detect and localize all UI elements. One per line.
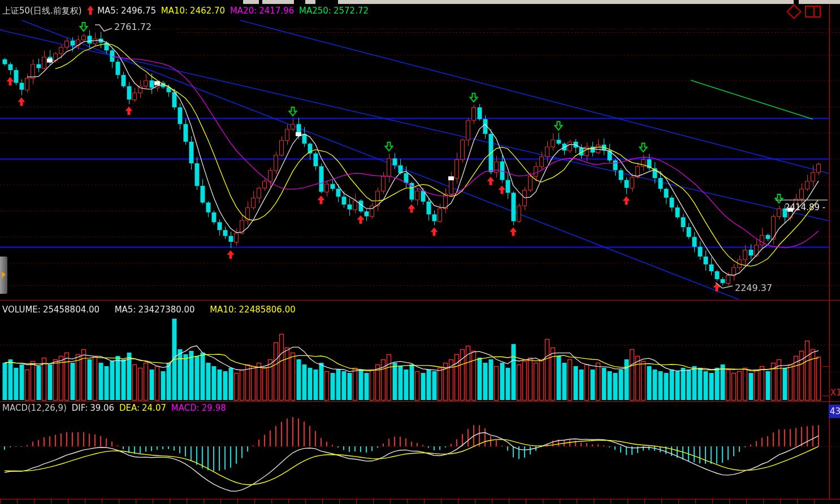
macd-header: MACD(12,26,9) DIF:39.06 DEA:24.07 MACD:2… bbox=[2, 403, 228, 413]
main-chart-header: 上证50(日线.前复权) MA5:2496.75 MA10:2462.70 MA… bbox=[2, 6, 371, 16]
up-arrow-icon bbox=[86, 6, 94, 15]
panel-expander[interactable] bbox=[0, 257, 7, 294]
split-window-icon[interactable] bbox=[805, 6, 821, 18]
vol-ma10-value: 22485806.00 bbox=[239, 305, 296, 315]
ma20-label: MA20: bbox=[230, 6, 257, 16]
measure-price-label: 2414.89 - bbox=[785, 202, 825, 212]
vol-ma5-value: 23427380.00 bbox=[138, 305, 194, 315]
macd-value: 29.98 bbox=[202, 403, 226, 413]
volume-title: VOLUME: bbox=[2, 305, 41, 315]
symbol-title: 上证50(日线.前复权) bbox=[2, 6, 82, 16]
dif-label: DIF: bbox=[72, 403, 88, 413]
ma250-label: MA250: bbox=[299, 6, 331, 16]
peak-price-label: 2761.72 bbox=[114, 21, 151, 32]
dea-label: DEA: bbox=[119, 403, 140, 413]
ma20-value: 2417.96 bbox=[259, 6, 294, 16]
trading-app-window: 上证50(日线.前复权) MA5:2496.75 MA10:2462.70 MA… bbox=[0, 0, 840, 504]
ma5-value: 2496.75 bbox=[121, 6, 156, 16]
ma5-label: MA5: bbox=[97, 6, 119, 16]
volume-header: VOLUME:25458804.00 MA5:23427380.00 MA10:… bbox=[2, 305, 298, 315]
ma250-value: 2572.72 bbox=[334, 6, 369, 16]
expander-arrow-icon bbox=[2, 271, 6, 278]
macd-label: MACD: bbox=[171, 403, 200, 413]
trough-price-label: 2249.37 bbox=[735, 283, 772, 293]
macd-axis-value-badge: 43 bbox=[829, 405, 840, 418]
dif-value: 39.06 bbox=[90, 403, 114, 413]
ma10-label: MA10: bbox=[161, 6, 188, 16]
vol-ma10-label: MA10: bbox=[210, 305, 236, 315]
right-edge-x-label: X1 bbox=[830, 388, 840, 398]
window-icon-divider bbox=[813, 7, 815, 16]
volume-value: 25458804.00 bbox=[43, 305, 99, 315]
macd-title: MACD(12,26,9) bbox=[2, 403, 67, 413]
vol-ma5-label: MA5: bbox=[115, 305, 136, 315]
chart-canvas[interactable] bbox=[0, 0, 840, 504]
ma10-value: 2462.70 bbox=[190, 6, 225, 16]
dea-value: 24.07 bbox=[142, 403, 166, 413]
